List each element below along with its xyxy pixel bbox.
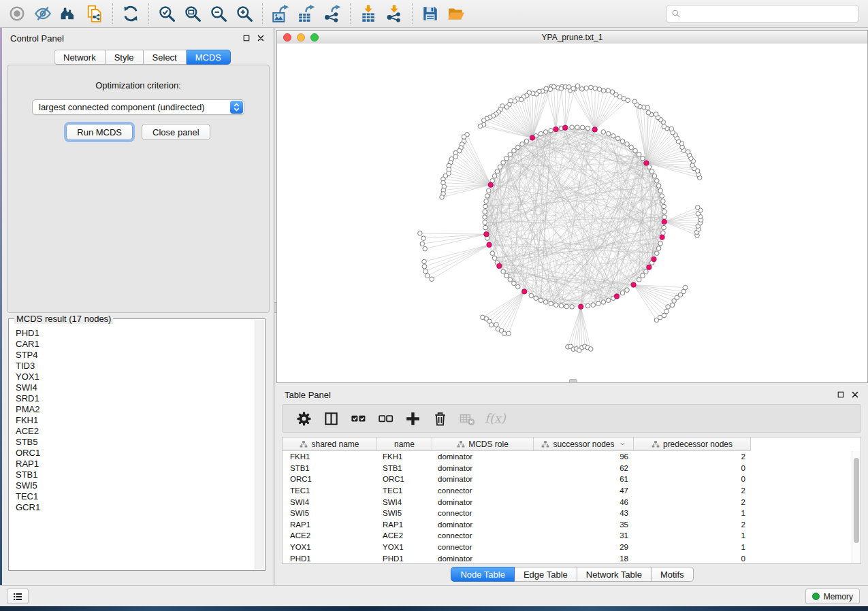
fx-icon [483, 410, 507, 427]
table-settings-button[interactable] [291, 407, 317, 430]
close-table-panel-button[interactable] [850, 390, 860, 399]
window-close-light[interactable] [283, 33, 291, 42]
open-file-button[interactable] [444, 2, 468, 25]
add-column-button[interactable] [400, 407, 425, 430]
delete-table-button [455, 407, 480, 430]
tab-node-table[interactable]: Node Table [451, 567, 515, 582]
network-from-selection-icon [86, 5, 103, 22]
import-network-icon [385, 5, 403, 22]
column-header-predecessor-nodes[interactable]: predecessor nodes [634, 437, 751, 451]
column-header-successor-nodes[interactable]: successor nodes [534, 437, 634, 451]
table-cell: TEC1 [283, 486, 377, 495]
trash-icon [432, 411, 448, 427]
network-view-title: YPA_prune.txt_1 [277, 33, 867, 42]
tab-motifs[interactable]: Motifs [652, 567, 694, 582]
mcds-result-item: YOX1 [16, 371, 255, 382]
first-neighbors-button[interactable] [57, 2, 81, 25]
search-box[interactable] [666, 5, 859, 23]
node-table: shared namenameMCDS rolesuccessor nodesp… [282, 437, 861, 564]
control-panel-title: Control Panel [10, 33, 64, 44]
table-cell: 2 [634, 486, 751, 495]
mcds-result-scrollbar[interactable] [255, 320, 264, 569]
shared-column-icon [457, 440, 465, 448]
column-header-name[interactable]: name [377, 437, 432, 451]
select-all-rows-button[interactable] [346, 407, 371, 430]
control-panel: Control Panel NetworkStyleSelectMCDS Opt… [2, 28, 274, 585]
search-input[interactable] [684, 8, 854, 19]
deselect-all-rows-button[interactable] [373, 407, 398, 430]
table-row[interactable]: YOX1YOX1connector291 [283, 542, 852, 553]
column-header-MCDS-role[interactable]: MCDS role [432, 437, 534, 451]
table-row[interactable]: PHD1PHD1dominator180 [283, 552, 852, 563]
zoom-fit-icon [184, 5, 202, 22]
zoom-in-icon [236, 5, 253, 22]
export-image-button[interactable] [268, 2, 293, 25]
table-cell: PHD1 [377, 555, 432, 563]
tab-select[interactable]: Select [144, 50, 187, 65]
table-cell: 31 [534, 531, 634, 540]
export-table-button[interactable] [294, 2, 319, 25]
mcds-result-item: SWI5 [16, 480, 255, 491]
horizontal-splitter-handle[interactable] [569, 379, 577, 383]
close-control-panel-button[interactable] [256, 33, 266, 43]
zoom-fit-button[interactable] [180, 2, 205, 25]
table-row[interactable]: FKH1FKH1dominator962 [283, 451, 852, 463]
optimization-criterion-select[interactable]: largest connected component (undirected) [32, 99, 244, 115]
scrollbar-thumb[interactable] [854, 458, 859, 543]
table-cell: RAP1 [283, 521, 377, 529]
float-icon [837, 391, 845, 399]
export-network-button[interactable] [320, 2, 344, 25]
tab-style[interactable]: Style [106, 50, 144, 65]
table-cell: dominator [432, 555, 534, 563]
network-window-titlebar[interactable]: YPA_prune.txt_1 [277, 31, 867, 44]
table-cell: YOX1 [377, 543, 432, 551]
zoom-selected-button[interactable] [155, 2, 179, 25]
zoom-in-button[interactable] [232, 2, 257, 25]
window-minimize-light[interactable] [297, 33, 305, 42]
table-row[interactable]: SWI5SWI5connector431 [283, 508, 852, 519]
tab-mcds[interactable]: MCDS [187, 50, 231, 65]
column-header-shared-name[interactable]: shared name [283, 437, 377, 451]
close-panel-button[interactable]: Close panel [142, 124, 210, 140]
zoom-out-button[interactable] [206, 2, 231, 25]
table-row[interactable]: ORC1ORC1dominator610 [283, 474, 852, 485]
table-cell: 18 [534, 555, 634, 563]
node-table-scrollbar[interactable] [852, 451, 861, 563]
import-network-button[interactable] [382, 2, 406, 25]
table-row[interactable]: SWI4SWI4dominator462 [283, 496, 852, 508]
export-network-icon [323, 5, 341, 22]
tab-network-table[interactable]: Network Table [577, 567, 652, 582]
table-cell: connector [432, 486, 534, 495]
float-control-panel-button[interactable] [242, 33, 251, 43]
table-cell: 0 [634, 555, 751, 563]
mcds-result-item: ORC1 [16, 448, 255, 459]
hide-eye-slash-icon [34, 5, 52, 22]
tab-network[interactable]: Network [54, 50, 106, 65]
run-mcds-button[interactable]: Run MCDS [66, 124, 133, 140]
window-zoom-light[interactable] [310, 33, 319, 42]
table-panel-mode-button[interactable] [319, 407, 344, 430]
show-task-history-button[interactable] [7, 589, 29, 604]
table-row[interactable]: STB1STB1dominator620 [283, 463, 852, 474]
memory-button[interactable]: Memory [805, 589, 860, 604]
float-table-panel-button[interactable] [836, 390, 846, 399]
zoom-selected-icon [158, 5, 176, 22]
table-row[interactable]: ACE2ACE2connector311 [283, 530, 852, 542]
column-label: shared name [311, 440, 359, 449]
hide-selected-button[interactable] [31, 2, 55, 25]
import-table-button[interactable] [356, 2, 381, 25]
network-graph[interactable] [277, 44, 867, 382]
tab-edge-table[interactable]: Edge Table [515, 567, 577, 582]
network-from-selection-button[interactable] [82, 2, 107, 25]
refresh-icon [122, 5, 140, 22]
optimization-criterion-value: largest connected component (undirected) [39, 102, 205, 112]
save-session-button[interactable] [418, 2, 443, 25]
mcds-result-list[interactable]: PHD1CAR1STP4TID3YOX1SWI4SRD1PMA2FKH1ACE2… [10, 320, 255, 569]
toolbar-separator [262, 3, 263, 24]
float-icon [242, 34, 251, 42]
table-row[interactable]: TEC1TEC1connector472 [283, 485, 852, 497]
delete-column-button[interactable] [428, 407, 453, 430]
table-row[interactable]: RAP1RAP1dominator352 [283, 519, 852, 531]
apply-preferred-layout-button[interactable] [118, 2, 143, 25]
node-table-header: shared namenameMCDS rolesuccessor nodesp… [283, 437, 861, 451]
